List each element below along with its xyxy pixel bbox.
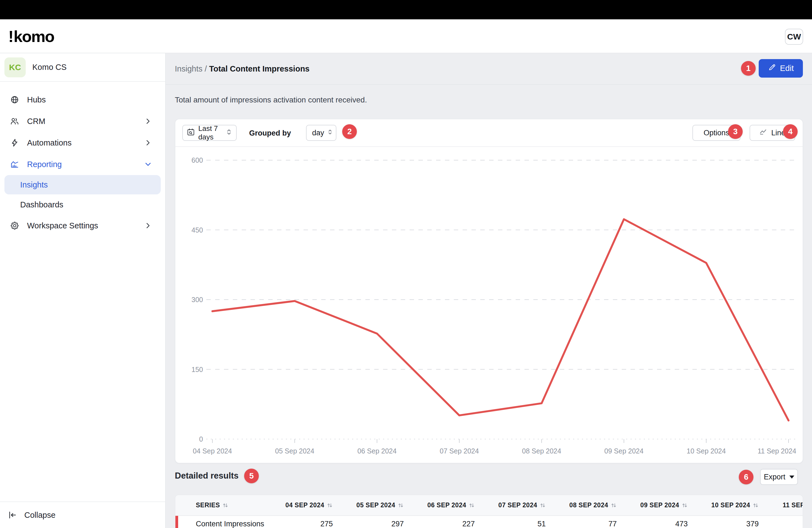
detailed-results-title: Detailed results [175,471,238,481]
page-description: Total amount of impressions activation c… [175,96,367,104]
app-header: !komo CW [0,19,812,53]
sidebar-item-insights[interactable]: Insights [4,175,161,194]
series-color-accent [175,516,178,528]
date-column-header[interactable]: 07 SEP 2024 [481,501,552,509]
edit-button[interactable]: Edit [759,59,803,78]
value-cell: 473 [623,520,694,528]
export-button-label: Export [764,473,785,481]
svg-text:06 Sep 2024: 06 Sep 2024 [358,447,396,455]
sidebar-item-reporting[interactable]: Reporting [0,153,165,175]
date-column-header[interactable]: 06 SEP 2024 [410,501,481,509]
app-root: { "header": { "logo_text": "komo", "logo… [0,0,812,528]
page-header-row: Insights / Total Content Impressions Edi… [166,53,812,85]
sidebar: KC Komo CS Hubs CRM Automations [0,53,166,528]
globe-icon [10,95,19,104]
svg-text:0: 0 [199,435,203,443]
svg-text:09 Sep 2024: 09 Sep 2024 [604,447,643,455]
collapse-icon [8,510,17,520]
pencil-icon [768,63,776,73]
date-column-header[interactable]: 08 SEP 2024 [552,501,623,509]
date-range-select[interactable]: Last 7 days [182,125,237,141]
breadcrumb: Insights / Total Content Impressions [175,64,309,73]
date-column-header[interactable]: 11 SEP 2024 [765,501,803,509]
bar-line-chart-icon [10,160,19,169]
svg-text:04 Sep 2024: 04 Sep 2024 [193,447,232,455]
svg-text:600: 600 [191,156,203,164]
value-cell: 275 [269,520,339,528]
svg-text:07 Sep 2024: 07 Sep 2024 [440,447,479,455]
sort-icon [469,502,475,509]
detailed-results-table: SERIES04 SEP 202405 SEP 202406 SEP 20240… [175,495,803,528]
sidebar-item-workspace-settings[interactable]: Workspace Settings [0,215,165,236]
workspace-switcher[interactable]: KC Komo CS [0,53,165,82]
svg-text:10 Sep 2024: 10 Sep 2024 [686,447,726,455]
date-column-header[interactable]: 09 SEP 2024 [623,501,694,509]
table-row: Content Impressions2752972275177473379 [175,516,803,528]
sort-icon [222,502,228,509]
annotation-badge-4: 4 [783,124,798,139]
group-by-select[interactable]: day [306,125,336,141]
unfold-icon [328,129,333,137]
value-cell: 77 [552,520,623,528]
export-button[interactable]: Export [760,469,798,485]
workspace-avatar: KC [4,57,26,77]
calendar-search-icon [187,128,195,138]
user-avatar[interactable]: CW [785,29,803,45]
chevron-right-icon [144,139,152,147]
chevron-right-icon [144,117,152,125]
column-header-label: 11 SEP 2024 [783,501,803,509]
column-header-label: 04 SEP 2024 [285,501,324,509]
value-cell: 51 [481,520,552,528]
workspace-name: Komo CS [32,63,67,72]
sidebar-item-automations[interactable]: Automations [0,132,165,153]
annotation-badge-1: 1 [741,61,756,76]
column-header-label: 10 SEP 2024 [711,501,750,509]
gear-icon [10,221,19,230]
svg-text:08 Sep 2024: 08 Sep 2024 [522,447,561,455]
unfold-icon [226,128,232,137]
column-header-label: 08 SEP 2024 [569,501,608,509]
impressions-line-chart: 015030045060004 Sep 202405 Sep 202406 Se… [175,147,802,464]
date-column-header[interactable]: 10 SEP 2024 [694,501,765,509]
sidebar-item-label: Hubs [27,95,46,104]
svg-text:300: 300 [191,296,203,304]
edit-button-label: Edit [780,64,794,73]
column-header-label: SERIES [196,501,220,509]
chevron-right-icon [144,222,152,230]
date-range-value: Last 7 days [198,124,223,142]
column-header-label: 09 SEP 2024 [640,501,679,509]
annotation-badge-3: 3 [728,124,743,139]
line-chart-icon [759,128,768,137]
browser-top-bar [0,0,812,19]
annotation-badge-5: 5 [244,469,259,483]
sort-icon [327,502,333,509]
annotation-badge-2: 2 [342,124,357,139]
chart-controls: Last 7 days Grouped by day Options Line [175,119,802,147]
value-cell: 297 [339,520,410,528]
sort-icon [540,502,546,509]
column-header-label: 06 SEP 2024 [427,501,466,509]
sidebar-item-hubs[interactable]: Hubs [0,89,165,111]
svg-text:05 Sep 2024: 05 Sep 2024 [275,447,314,455]
grouped-by-label: Grouped by [249,119,291,147]
sidebar-item-label: CRM [27,117,45,126]
breadcrumb-separator: / [202,64,209,73]
sidebar-item-crm[interactable]: CRM [0,111,165,132]
breadcrumb-parent[interactable]: Insights [175,64,202,73]
lightning-icon [10,138,19,147]
sidebar-item-label: Automations [27,138,72,147]
svg-text:150: 150 [191,366,203,373]
sort-icon [611,502,617,509]
value-cell: 227 [410,520,481,528]
sidebar-item-dashboards[interactable]: Dashboards [0,194,165,215]
chevron-down-icon [144,160,152,168]
svg-text:450: 450 [191,226,203,234]
sidebar-item-label: Reporting [27,160,62,169]
sidebar-collapse-button[interactable]: Collapse [0,501,165,528]
date-column-header[interactable]: 05 SEP 2024 [339,501,410,509]
value-cell: 379 [694,520,765,528]
series-column-header[interactable]: SERIES [175,501,269,509]
page-title: Total Content Impressions [209,64,309,73]
date-column-header[interactable]: 04 SEP 2024 [269,501,339,509]
group-by-value: day [312,129,324,137]
